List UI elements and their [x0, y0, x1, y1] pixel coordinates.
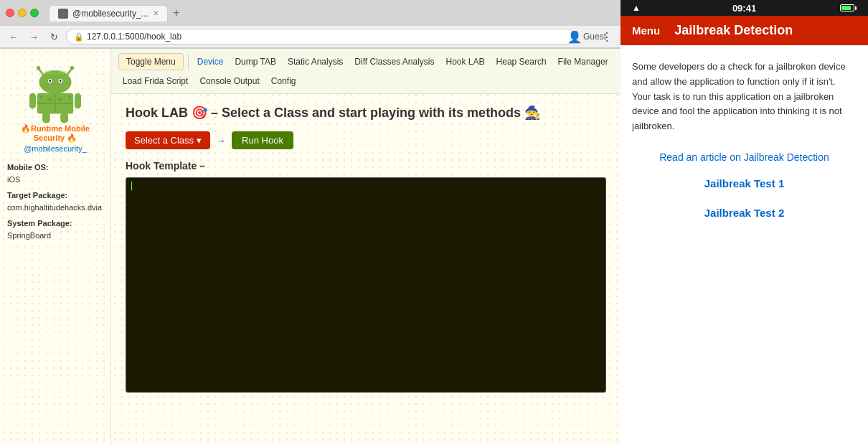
jailbreak-test1-button[interactable]: Jailbreak Test 1 — [632, 177, 857, 189]
svg-point-7 — [49, 80, 51, 82]
target-package-label: Target Package: — [7, 189, 103, 202]
toolbar-separator — [188, 55, 189, 69]
controls-row: Select a Class → Run Hook — [126, 131, 606, 149]
sidebar-info: Mobile OS: iOS Target Package: com.higha… — [7, 161, 103, 245]
svg-point-3 — [70, 66, 74, 70]
address-text: 127.0.0.1:5000/hook_lab — [87, 32, 181, 42]
battery-fill — [841, 6, 851, 10]
status-time: 09:41 — [732, 3, 756, 14]
nav-bar: ← → ↻ 🔒 127.0.0.1:5000/hook_lab 👤 Guest … — [0, 26, 621, 48]
svg-point-16 — [49, 98, 52, 102]
wifi-icon: ▲ — [632, 3, 641, 13]
address-bar[interactable]: 🔒 127.0.0.1:5000/hook_lab — [66, 29, 575, 44]
nav-hook-lab[interactable]: Hook LAB — [442, 54, 489, 70]
target-package-value: com.highaltitudehacks.dvia — [7, 202, 103, 214]
sidebar-handle: @mobilesecurity_ — [24, 144, 87, 153]
arrow-icon: → — [216, 135, 226, 146]
svg-point-20 — [44, 70, 67, 75]
minimize-button[interactable] — [18, 9, 27, 17]
battery-icon — [840, 4, 857, 11]
nav-console-output[interactable]: Console Output — [195, 73, 263, 89]
status-left: ▲ — [632, 3, 641, 13]
system-package-label: System Package: — [7, 217, 103, 230]
mobile-os-label: Mobile OS: — [7, 161, 103, 174]
title-bar: @mobilesecurity_... ✕ + — [0, 0, 621, 26]
nav-config[interactable]: Config — [267, 73, 301, 89]
nav-heap-search[interactable]: Heap Search — [492, 54, 551, 70]
app-menu-button[interactable]: Menu — [632, 24, 660, 37]
device-panel: ▲ 09:41 Menu Jailbreak Detection Some de… — [621, 0, 868, 445]
page-area: Hook LAB 🎯 – Select a Class and start pl… — [111, 94, 621, 445]
svg-rect-13 — [60, 113, 68, 123]
browser-menu-button[interactable]: 👤 Guest — [579, 29, 595, 44]
select-class-button[interactable]: Select a Class — [126, 131, 210, 149]
svg-point-17 — [59, 98, 62, 102]
android-logo — [23, 60, 88, 124]
jailbreak-test2-button[interactable]: Jailbreak Test 2 — [632, 207, 857, 219]
nav-load-frida[interactable]: Load Frida Script — [118, 73, 192, 89]
svg-point-19 — [68, 95, 71, 98]
svg-rect-11 — [75, 93, 81, 109]
nav-device[interactable]: Device — [193, 54, 228, 70]
reload-button[interactable]: ↻ — [46, 29, 62, 44]
more-options-button[interactable]: ⋮ — [599, 29, 615, 44]
jailbreak-description: Some developers do a check for a jailbro… — [632, 60, 857, 134]
tab-favicon — [58, 9, 68, 19]
browser-panel: @mobilesecurity_... ✕ + ← → ↻ 🔒 127.0.0.… — [0, 0, 621, 445]
sidebar: 🔥Runtime Mobile Security 🔥 @mobilesecuri… — [0, 49, 111, 445]
nav-diff-classes[interactable]: Diff Classes Analysis — [350, 54, 438, 70]
nav-dump-tab[interactable]: Dump TAB — [230, 54, 280, 70]
sidebar-brand: 🔥Runtime Mobile Security 🔥 — [7, 124, 103, 143]
browser-content: 🔥Runtime Mobile Security 🔥 @mobilesecuri… — [0, 49, 621, 445]
maximize-button[interactable] — [30, 9, 39, 17]
status-right — [840, 4, 857, 11]
code-editor[interactable]: | — [126, 177, 606, 393]
svg-point-1 — [37, 66, 40, 70]
new-tab-button[interactable]: + — [168, 4, 185, 22]
forward-button[interactable]: → — [26, 29, 42, 44]
tab-label: @mobilesecurity_... — [72, 9, 148, 19]
back-button[interactable]: ← — [6, 29, 22, 44]
app-toolbar: Toggle Menu Device Dump TAB Static Analy… — [111, 49, 621, 94]
device-content: Some developers do a check for a jailbro… — [621, 45, 868, 445]
browser-chrome: @mobilesecurity_... ✕ + ← → ↻ 🔒 127.0.0.… — [0, 0, 621, 49]
tab-bar: @mobilesecurity_... ✕ + — [49, 4, 615, 22]
page-title: Hook LAB 🎯 – Select a Class and start pl… — [126, 105, 606, 121]
svg-rect-10 — [29, 93, 36, 109]
run-hook-button[interactable]: Run Hook — [232, 131, 293, 149]
toggle-menu-button[interactable]: Toggle Menu — [118, 53, 184, 70]
lock-icon: 🔒 — [74, 32, 84, 42]
app-header-title: Jailbreak Detection — [674, 23, 793, 38]
traffic-lights — [6, 9, 39, 17]
mobile-os-value: iOS — [7, 174, 103, 186]
nav-file-manager[interactable]: File Manager — [554, 54, 613, 70]
device-status-bar: ▲ 09:41 — [621, 0, 868, 16]
main-content: Toggle Menu Device Dump TAB Static Analy… — [111, 49, 621, 445]
app-header: Menu Jailbreak Detection — [621, 16, 868, 45]
close-button[interactable] — [6, 9, 14, 17]
svg-point-8 — [60, 80, 62, 82]
jailbreak-article-link[interactable]: Read an article on Jailbreak Detection — [632, 151, 857, 163]
battery-tip — [855, 6, 857, 10]
svg-rect-12 — [42, 113, 50, 123]
svg-point-18 — [39, 95, 42, 98]
system-package-value: SpringBoard — [7, 230, 103, 242]
nav-static-analysis[interactable]: Static Analysis — [283, 54, 347, 70]
hook-template-label: Hook Template – — [126, 160, 606, 172]
battery-body — [840, 4, 854, 11]
tab-close-icon[interactable]: ✕ — [153, 9, 159, 17]
browser-tab[interactable]: @mobilesecurity_... ✕ — [49, 5, 168, 22]
user-icon: 👤 — [567, 30, 582, 44]
